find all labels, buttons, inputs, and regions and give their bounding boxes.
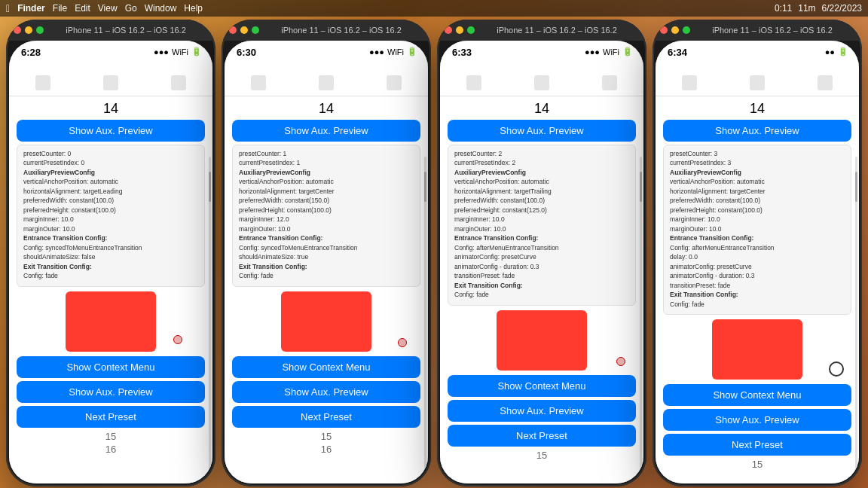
sim4-zoom-dot[interactable]: [683, 26, 690, 34]
sim1-context-btn[interactable]: Show Context Menu: [17, 356, 205, 378]
sim4-scroll-thumb: [855, 172, 857, 202]
sim1-pref-height: preferredHeight: constant(100.0): [23, 206, 198, 215]
sim3-toolbar-icon3[interactable]: [602, 75, 617, 90]
sim3-pref-height: preferredHeight: constant(125.0): [454, 206, 629, 215]
sim3-show-preview-btn[interactable]: Show Aux. Preview: [448, 120, 636, 142]
sim1-close-dot[interactable]: [14, 26, 21, 34]
sim1-should-animate: shouldAnimateSize: false: [23, 253, 198, 261]
sim4-next-preset-btn[interactable]: Next Preset: [663, 434, 851, 456]
sim2-pref-height: preferredHeight: constant(100.0): [239, 206, 414, 215]
menu-help[interactable]: Help: [184, 3, 203, 14]
sim3-toolbar-icon2[interactable]: [534, 75, 549, 90]
sim4-aux-btn[interactable]: Show Aux. Preview: [663, 409, 851, 431]
sim3-config-title: AuxiliaryPreviewConfig: [454, 169, 629, 177]
sim3-screen: 14 Show Aux. Preview presetCounter: 2 cu…: [440, 96, 643, 483]
sim4-scrollbar[interactable]: [855, 157, 857, 468]
sim4-pref-width: preferredWidth: constant(100.0): [670, 197, 845, 205]
sim3-titlebar: iPhone 11 – iOS 16.2 – iOS 16.2: [437, 20, 646, 41]
sim2-scrollbar[interactable]: [424, 157, 426, 468]
sim3-horiz-align: horizontalAlignment: targetTrailing: [454, 188, 629, 196]
sim2-context-btn[interactable]: Show Context Menu: [232, 356, 420, 378]
app-name[interactable]: Finder: [17, 3, 45, 14]
sim4-duration: animatorConfig - duration: 0.3: [670, 272, 845, 280]
sim2-dots: [229, 26, 259, 34]
sim1-aux-btn[interactable]: Show Aux. Preview: [17, 381, 205, 403]
sim3-entrance-config: Config: afterMenuEntranceTransition: [454, 244, 629, 252]
sim4-toolbar-icon3[interactable]: [818, 75, 833, 90]
sim1-title: iPhone 11 – iOS 16.2 – iOS 16.2: [44, 26, 208, 35]
sim4-cursor-ring: [829, 361, 844, 377]
sim4-time: 6:34: [668, 47, 687, 58]
menubar:  Finder File Edit View Go Window Help 0…: [0, 0, 868, 17]
sim4-close-dot[interactable]: [660, 26, 668, 34]
sim4-bottom-15: 15: [663, 459, 851, 470]
menu-view[interactable]: View: [98, 3, 118, 14]
sim1-toolbar-icon1[interactable]: [35, 75, 50, 90]
sim2-time: 6:30: [237, 47, 256, 58]
sim3-info-box: presetCounter: 2 currentPresetIndex: 2 A…: [448, 145, 636, 306]
sim4-entrance-title: Entrance Transition Config:: [670, 234, 845, 242]
sim1-toolbar-icon3[interactable]: [171, 75, 186, 90]
sim3-aux-btn[interactable]: Show Aux. Preview: [448, 400, 636, 422]
sim4-margin-inner: marginInner: 10.0: [670, 215, 845, 224]
sim3-top-num: 14: [448, 101, 636, 117]
sim2-toolbar-icon2[interactable]: [319, 75, 334, 90]
sim1-toolbar: [9, 69, 212, 96]
sim2-close-dot[interactable]: [229, 26, 237, 34]
sim3-animator-config: animatorConfig: presetCurve: [454, 253, 629, 261]
sim2-aux-btn[interactable]: Show Aux. Preview: [232, 381, 420, 403]
sim2-entrance-config: Config: syncedToMenuEntranceTransition: [239, 244, 414, 252]
sim4-dots: [660, 26, 690, 34]
sim3-next-preset-btn[interactable]: Next Preset: [448, 425, 636, 447]
sim4-toolbar-icon1[interactable]: [682, 75, 697, 90]
sim3-exit-config: Config: fade: [454, 291, 629, 299]
sim3-scrollbar[interactable]: [640, 157, 642, 468]
menu-edit[interactable]: Edit: [75, 3, 90, 14]
sim2-bottom-15: 15: [232, 431, 420, 442]
sim1-zoom-dot[interactable]: [36, 26, 44, 34]
sim2-preset-counter: presetCounter: 1: [239, 150, 414, 158]
sim3-context-btn[interactable]: Show Context Menu: [448, 375, 636, 397]
sim1-next-preset-btn[interactable]: Next Preset: [17, 406, 205, 428]
sim4-context-btn[interactable]: Show Context Menu: [663, 384, 851, 406]
sim1-minimize-dot[interactable]: [25, 26, 32, 34]
sim3-bottom-15: 15: [448, 450, 636, 461]
sim3-zoom-dot[interactable]: [467, 26, 475, 34]
sim1-margin-outer: marginOuter: 10.0: [23, 225, 198, 233]
apple-menu[interactable]: : [6, 2, 10, 14]
simulator-2: iPhone 11 – iOS 16.2 – iOS 16.2 6:30 ●●●…: [222, 20, 431, 486]
sim4-titlebar: iPhone 11 – iOS 16.2 – iOS 16.2: [653, 20, 862, 41]
sim2-entrance-title: Entrance Transition Config:: [239, 234, 414, 242]
sim1-exit-title: Exit Transition Config:: [23, 263, 198, 271]
sim4-phone: 6:34 ●● 🔋 14 Show Aux. Preview presetCou…: [656, 41, 859, 483]
sim2-should-animate: shouldAnimateSize: true: [239, 253, 414, 261]
menubar-battery: 11m: [798, 3, 815, 14]
sim1-scrollbar[interactable]: [209, 157, 211, 468]
sim4-minimize-dot[interactable]: [671, 26, 679, 34]
sim2-toolbar-icon1[interactable]: [251, 75, 266, 90]
sim4-top-num: 14: [663, 101, 851, 117]
menu-window[interactable]: Window: [145, 3, 177, 14]
sim4-info-box: presetCounter: 3 currentPresetIndex: 3 A…: [663, 145, 851, 315]
sim3-cursor: [616, 357, 625, 366]
sim2-minimize-dot[interactable]: [240, 26, 248, 34]
sim2-toolbar-icon3[interactable]: [387, 75, 402, 90]
sim2-next-preset-btn[interactable]: Next Preset: [232, 406, 420, 428]
sim1-toolbar-icon2[interactable]: [103, 75, 118, 90]
menu-go[interactable]: Go: [125, 3, 137, 14]
sim1-status-right: ●●● WiFi 🔋: [154, 47, 202, 56]
sim4-toolbar-icon2[interactable]: [750, 75, 765, 90]
sim2-zoom-dot[interactable]: [252, 26, 259, 34]
sim4-show-preview-btn[interactable]: Show Aux. Preview: [663, 120, 851, 142]
sim1-phone: 6:28 ●●● WiFi 🔋 14 Show Aux. Preview pre…: [9, 41, 212, 483]
sim1-show-preview-btn[interactable]: Show Aux. Preview: [17, 120, 205, 142]
sim3-close-dot[interactable]: [445, 26, 452, 34]
sim4-toolbar: [656, 69, 859, 96]
sim2-show-preview-btn[interactable]: Show Aux. Preview: [232, 120, 420, 142]
sim3-minimize-dot[interactable]: [456, 26, 463, 34]
sim2-phone: 6:30 ●●● WiFi 🔋 14 Show Aux. Preview pre…: [225, 41, 428, 483]
menu-file[interactable]: File: [53, 3, 67, 14]
sim3-title: iPhone 11 – iOS 16.2 – iOS 16.2: [475, 26, 639, 35]
sim3-toolbar-icon1[interactable]: [466, 75, 481, 90]
sim1-cursor: [173, 335, 182, 344]
